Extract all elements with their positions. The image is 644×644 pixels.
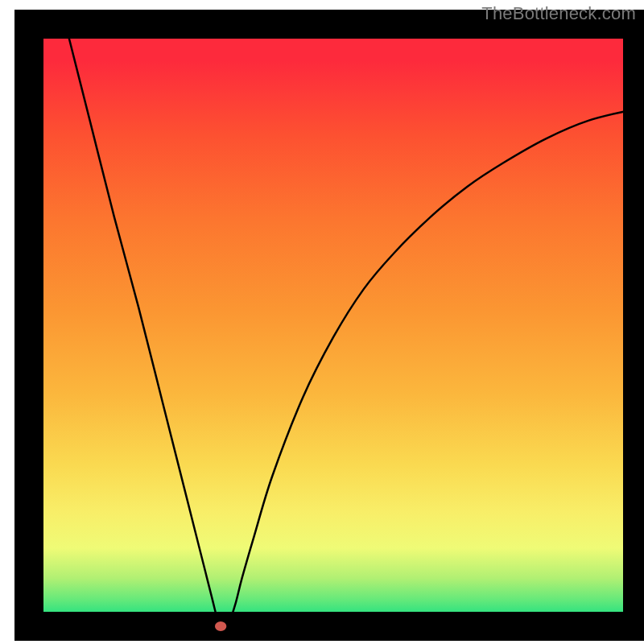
attribution-text: TheBottleneck.com xyxy=(481,3,636,24)
chart-background xyxy=(29,24,638,626)
optimum-marker xyxy=(215,621,226,631)
chart-container: { "attribution": "TheBottleneck.com", "c… xyxy=(0,0,644,644)
bottleneck-chart xyxy=(0,0,644,644)
